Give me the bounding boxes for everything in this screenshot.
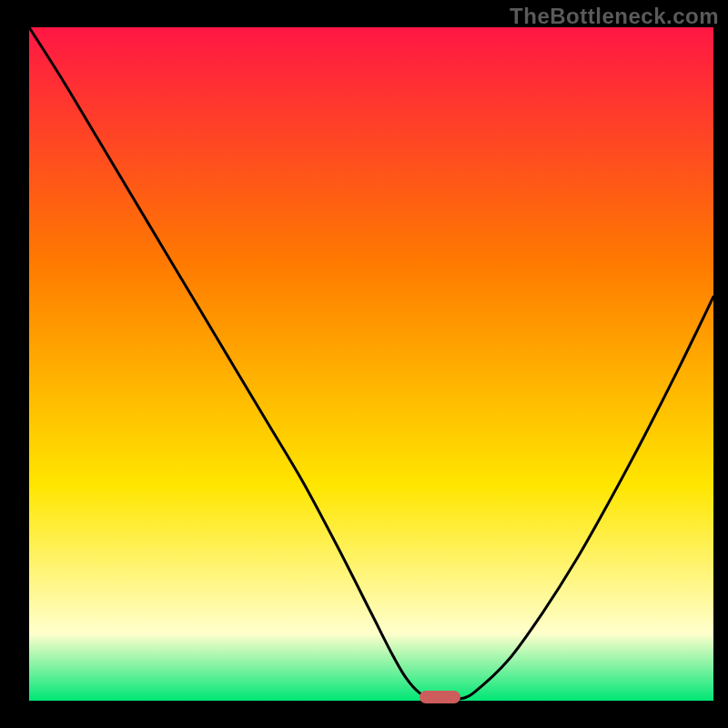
optimal-marker bbox=[420, 691, 460, 703]
bottleneck-chart bbox=[29, 27, 713, 701]
plot-area bbox=[29, 27, 713, 701]
gradient-background bbox=[29, 27, 713, 701]
watermark-text: TheBottleneck.com bbox=[510, 4, 719, 29]
chart-frame: TheBottleneck.com bbox=[0, 0, 728, 728]
